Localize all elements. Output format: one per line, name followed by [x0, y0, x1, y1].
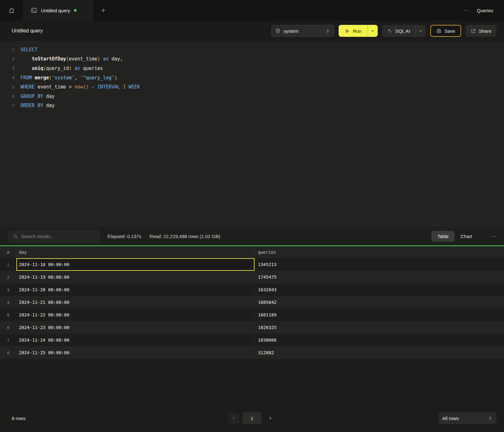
- share-icon: [471, 28, 476, 34]
- table-header: # day queries: [0, 246, 504, 258]
- tab-table[interactable]: Table: [431, 231, 455, 242]
- run-options-button[interactable]: [368, 25, 378, 37]
- chevron-down-icon: [370, 29, 375, 33]
- search-icon: [13, 234, 18, 239]
- sql-ai-options-button[interactable]: [415, 25, 426, 37]
- tab-bar: Untitled query Queries: [0, 0, 504, 21]
- code-line: 3 uniq(query_id) as queries: [0, 64, 504, 73]
- sql-ai-label: SQL AI: [395, 28, 410, 34]
- code-text: FROM merge('system', '^query_log'): [20, 75, 117, 81]
- code-text: uniq(query_id) as queries: [20, 65, 103, 71]
- line-number: 4: [0, 75, 14, 80]
- share-button[interactable]: Share: [466, 25, 496, 37]
- view-toggle: Table Chart: [431, 231, 478, 242]
- save-button[interactable]: Save: [430, 25, 461, 37]
- tab-chart[interactable]: Chart: [455, 231, 478, 242]
- page-number-button[interactable]: 1: [243, 412, 261, 424]
- plus-icon: [100, 8, 106, 13]
- home-icon: [9, 7, 15, 14]
- run-button-group: Run: [339, 25, 378, 37]
- cell-queries[interactable]: 1345213: [255, 258, 504, 271]
- row-number: 8: [0, 346, 16, 359]
- save-button-label: Save: [444, 28, 455, 34]
- play-icon: [345, 28, 350, 34]
- line-number: 3: [0, 66, 14, 71]
- cell-day[interactable]: 2024-11-18 00:00:00: [16, 258, 255, 271]
- tab-title: Untitled query: [41, 8, 70, 13]
- column-header-index: #: [0, 246, 16, 258]
- cell-queries[interactable]: 1632043: [255, 283, 504, 296]
- database-select[interactable]: system: [271, 25, 334, 37]
- line-number: 1: [0, 47, 14, 52]
- run-button-label: Run: [353, 28, 362, 34]
- column-header-day[interactable]: day: [16, 246, 255, 258]
- row-number: 1: [0, 258, 16, 271]
- code-text: ORDER BY day: [20, 103, 54, 108]
- cell-queries[interactable]: 1685842: [255, 296, 504, 309]
- elapsed-stat: Elapsed: 0.137s: [107, 234, 141, 239]
- cell-queries[interactable]: 1038066: [255, 334, 504, 346]
- line-number: 2: [0, 57, 14, 61]
- cell-queries[interactable]: 1026325: [255, 321, 504, 334]
- page-title: Untitled query: [12, 28, 267, 34]
- database-select-value: system: [284, 28, 322, 34]
- tabbar-right: Queries: [463, 0, 504, 21]
- cell-queries[interactable]: 1745475: [255, 271, 504, 283]
- cell-queries[interactable]: 312882: [255, 346, 504, 359]
- table-row: 82024-11-25 00:00:00312882: [0, 346, 504, 359]
- code-line: 2 toStartOfDay(event_time) as day,: [0, 54, 504, 64]
- cell-day[interactable]: 2024-11-20 00:00:00: [16, 283, 255, 296]
- sql-ai-button-group: SQL AI: [382, 25, 426, 37]
- table-row: 62024-11-23 00:00:001026325: [0, 321, 504, 334]
- line-number: 5: [0, 85, 14, 89]
- next-page-button[interactable]: [265, 413, 276, 423]
- cell-day[interactable]: 2024-11-19 00:00:00: [16, 271, 255, 283]
- sql-ai-button[interactable]: SQL AI: [382, 25, 415, 37]
- code-text: SELECT: [20, 47, 37, 53]
- read-stat: Read: 22,229,488 rows (1.02 GB): [150, 234, 220, 239]
- row-number: 7: [0, 334, 16, 346]
- queries-link[interactable]: Queries: [477, 8, 493, 13]
- cell-day[interactable]: 2024-11-23 00:00:00: [16, 321, 255, 334]
- table-row: 42024-11-21 00:00:001685842: [0, 296, 504, 309]
- row-number: 6: [0, 321, 16, 334]
- code-line: 7ORDER BY day: [0, 101, 504, 111]
- updown-chevrons-icon: [488, 416, 493, 421]
- results-table-body: 12024-11-18 00:00:00134521322024-11-19 0…: [0, 258, 504, 359]
- column-header-queries[interactable]: queries: [255, 246, 504, 258]
- page-size-select[interactable]: All rows: [438, 412, 496, 424]
- results-footer: 8 rows 1 All rows: [0, 404, 504, 432]
- unsaved-dot-icon: [74, 9, 77, 12]
- page-size-value: All rows: [442, 416, 485, 421]
- run-button[interactable]: Run: [339, 25, 368, 37]
- table-row: 72024-11-24 00:00:001038066: [0, 334, 504, 346]
- search-results-box: [9, 230, 99, 242]
- terminal-icon: [31, 7, 37, 14]
- previous-page-button[interactable]: [228, 413, 239, 423]
- cell-day[interactable]: 2024-11-25 00:00:00: [16, 346, 255, 359]
- cell-day[interactable]: 2024-11-21 00:00:00: [16, 296, 255, 309]
- row-number: 2: [0, 271, 16, 283]
- cell-day[interactable]: 2024-11-22 00:00:00: [16, 309, 255, 321]
- row-number: 5: [0, 309, 16, 321]
- table-row: 12024-11-18 00:00:001345213: [0, 258, 504, 271]
- chevron-left-icon: [232, 416, 236, 420]
- cell-day[interactable]: 2024-11-24 00:00:00: [16, 334, 255, 346]
- sql-editor[interactable]: 1SELECT2 toStartOfDay(event_time) as day…: [0, 41, 504, 227]
- results-more-icon[interactable]: [491, 234, 496, 239]
- home-button[interactable]: [0, 0, 23, 21]
- row-number: 3: [0, 283, 16, 296]
- new-tab-button[interactable]: [93, 0, 113, 21]
- chevron-right-icon: [268, 416, 272, 420]
- more-options-icon[interactable]: [463, 8, 469, 13]
- cell-queries[interactable]: 1601189: [255, 309, 504, 321]
- search-results-input[interactable]: [21, 234, 95, 239]
- code-text: toStartOfDay(event_time) as day,: [20, 56, 123, 62]
- tab-untitled-query[interactable]: Untitled query: [23, 0, 93, 21]
- results-table: # day queries 12024-11-18 00:00:00134521…: [0, 246, 504, 404]
- updown-chevrons-icon: [325, 29, 330, 33]
- table-row: 32024-11-20 00:00:001632043: [0, 283, 504, 296]
- code-line: 5WHERE event_time > now() - INTERVAL 1 W…: [0, 82, 504, 92]
- code-text: WHERE event_time > now() - INTERVAL 1 WE…: [20, 84, 140, 90]
- code-line: 6GROUP BY day: [0, 92, 504, 101]
